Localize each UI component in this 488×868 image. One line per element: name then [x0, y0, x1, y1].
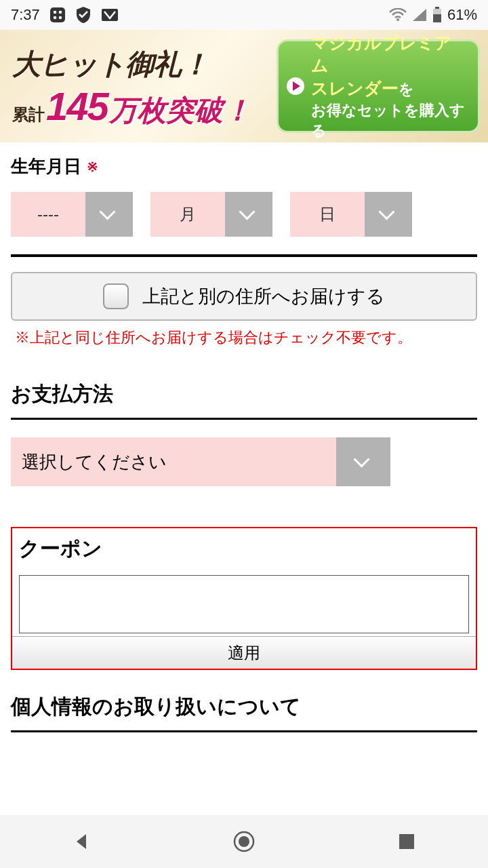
svg-point-4 — [59, 16, 62, 20]
alt-address-label: 上記と別の住所へお届けする — [142, 284, 385, 309]
nav-home-button[interactable] — [230, 828, 258, 855]
divider — [11, 730, 477, 732]
dob-label: 生年月日 ※ — [11, 155, 477, 178]
alt-address-note: ※上記と同じ住所へお届けする場合はチェック不要です。 — [15, 328, 477, 348]
chevron-down-icon — [336, 437, 390, 486]
nav-back-button[interactable] — [68, 828, 95, 855]
banner-headline: 大ヒット御礼！ — [12, 45, 271, 83]
shield-icon — [75, 6, 92, 24]
dob-month-select[interactable]: 月 — [150, 192, 272, 237]
dob-day-select[interactable]: 日 — [290, 192, 412, 237]
dob-year-select[interactable]: ---- — [11, 192, 133, 237]
play-icon — [287, 77, 304, 95]
divider — [11, 254, 477, 257]
status-battery-pct: 61% — [447, 6, 477, 24]
coupon-title: クーポン — [12, 528, 476, 575]
divider — [11, 418, 477, 420]
battery-icon — [432, 7, 442, 23]
alt-address-checkbox[interactable] — [103, 283, 129, 309]
svg-point-1 — [54, 11, 57, 14]
coupon-apply-button[interactable]: 適用 — [12, 636, 476, 669]
status-time: 7:37 — [11, 6, 40, 24]
required-mark: ※ — [87, 159, 98, 175]
banner-subline: 累計 145 万枚突破！ — [12, 83, 271, 130]
coupon-input[interactable] — [19, 575, 469, 633]
status-bar: 7:37 61% — [0, 0, 488, 30]
svg-rect-0 — [50, 7, 65, 22]
svg-rect-9 — [433, 14, 441, 22]
svg-rect-7 — [435, 7, 439, 9]
chevron-down-icon — [225, 192, 272, 237]
svg-rect-12 — [399, 834, 414, 849]
nav-recent-button[interactable] — [393, 828, 420, 855]
chevron-down-icon — [365, 192, 412, 237]
promo-banner: 大ヒット御礼！ 累計 145 万枚突破！ マジカルプレミアム スレンダーを お得… — [0, 30, 488, 142]
alt-address-row[interactable]: 上記と別の住所へお届けする — [11, 272, 477, 321]
apps-icon — [49, 7, 66, 23]
signal-icon — [412, 8, 427, 22]
privacy-title: 個人情報のお取り扱いについて — [11, 693, 477, 721]
system-nav-bar — [0, 815, 488, 868]
payment-title: お支払方法 — [11, 380, 477, 408]
badge-icon — [101, 7, 119, 23]
svg-point-11 — [239, 836, 249, 847]
payment-method-select[interactable]: 選択してください — [11, 437, 390, 486]
svg-point-3 — [54, 16, 57, 20]
banner-cta-button[interactable]: マジカルプレミアム スレンダーを お得なセットを購入する — [277, 39, 480, 133]
svg-point-2 — [59, 11, 62, 14]
chevron-down-icon — [85, 192, 133, 237]
wifi-icon — [389, 8, 407, 22]
svg-point-6 — [396, 18, 399, 21]
coupon-section: クーポン 適用 — [11, 527, 477, 670]
